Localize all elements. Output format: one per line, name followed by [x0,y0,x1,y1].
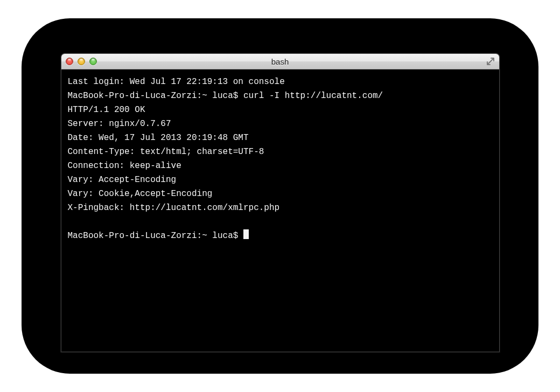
close-icon[interactable] [66,58,73,65]
terminal-line: Last login: Wed Jul 17 22:19:13 on conso… [68,77,285,87]
terminal-window: bash Last login: Wed Jul 17 22:19:13 on … [61,53,500,352]
terminal-cursor [243,229,249,239]
terminal-line: Connection: keep-alive [68,161,181,171]
minimize-icon[interactable] [78,58,85,65]
window-title: bash [61,57,499,66]
terminal-line: MacBook-Pro-di-Luca-Zorzi:~ luca$ curl -… [68,91,383,101]
terminal-line: Date: Wed, 17 Jul 2013 20:19:48 GMT [68,133,249,143]
expand-icon[interactable] [486,57,495,66]
terminal-output[interactable]: Last login: Wed Jul 17 22:19:13 on conso… [61,69,499,352]
terminal-line: Vary: Accept-Encoding [68,175,177,185]
terminal-line: HTTP/1.1 200 OK [68,105,145,115]
traffic-lights [66,58,97,65]
titlebar[interactable]: bash [61,54,499,69]
terminal-line: X-Pingback: http://lucatnt.com/xmlrpc.ph… [68,203,280,213]
terminal-line: Content-Type: text/html; charset=UTF-8 [68,147,264,157]
terminal-line: Vary: Cookie,Accept-Encoding [68,189,213,199]
outer-frame: bash Last login: Wed Jul 17 22:19:13 on … [22,18,538,374]
terminal-line: MacBook-Pro-di-Luca-Zorzi:~ luca$ [68,231,243,241]
zoom-icon[interactable] [89,58,97,65]
terminal-line: Server: nginx/0.7.67 [68,119,171,129]
